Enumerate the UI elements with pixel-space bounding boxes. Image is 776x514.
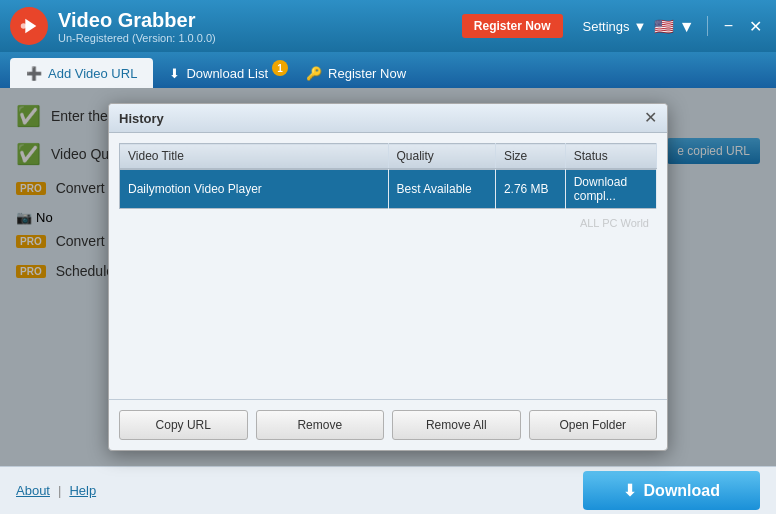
watermark-text: ALL PC World [580, 217, 649, 229]
modal-close-button[interactable]: ✕ [644, 110, 657, 126]
history-table-body: Dailymotion Video Player Best Available … [119, 169, 657, 209]
history-table: Video Title Quality Size Status [119, 143, 657, 169]
tab-download-list[interactable]: ⬇ Download List 1 [153, 58, 290, 88]
register-now-button[interactable]: Register Now [462, 14, 563, 38]
cell-size: 2.76 MB [495, 170, 565, 209]
modal-footer: Copy URL Remove Remove All Open Folder [109, 399, 667, 450]
download-button[interactable]: ⬇ Download [583, 471, 760, 510]
app-title-block: Video Grabber Un-Registered (Version: 1.… [58, 8, 462, 44]
logo-icon [18, 15, 40, 37]
history-modal: History ✕ Video Title Quality Size Statu… [108, 103, 668, 451]
settings-button[interactable]: Settings ▼ [583, 19, 647, 34]
remove-all-button[interactable]: Remove All [392, 410, 521, 440]
tab-label: Download List [186, 66, 268, 81]
download-label: Download [644, 482, 720, 500]
open-folder-button[interactable]: Open Folder [529, 410, 658, 440]
modal-overlay: History ✕ Video Title Quality Size Statu… [0, 88, 776, 466]
footer-divider: | [58, 483, 61, 498]
watermark: ALL PC World [119, 209, 657, 237]
modal-title: History [119, 111, 164, 126]
about-link[interactable]: About [16, 483, 50, 498]
register-icon: 🔑 [306, 66, 322, 81]
cell-status: Download compl... [565, 170, 656, 209]
help-link[interactable]: Help [69, 483, 96, 498]
tab-register-now[interactable]: 🔑 Register Now [290, 58, 422, 88]
footer-links: About | Help [16, 483, 96, 498]
add-icon: ➕ [26, 66, 42, 81]
cell-title: Dailymotion Video Player [120, 170, 389, 209]
remove-button[interactable]: Remove [256, 410, 385, 440]
download-list-badge: 1 [272, 60, 288, 76]
close-button[interactable]: ✕ [745, 17, 766, 36]
app-version: Un-Registered (Version: 1.0.0.0) [58, 32, 462, 44]
download-icon: ⬇ [623, 481, 636, 500]
content-area: ✅ Enter the ✅ Video Qu PRO Convert v 📷 N… [0, 88, 776, 466]
download-list-icon: ⬇ [169, 66, 180, 81]
title-bar: Video Grabber Un-Registered (Version: 1.… [0, 0, 776, 52]
table-body-scroll[interactable]: Dailymotion Video Player Best Available … [119, 169, 657, 389]
app-logo [10, 7, 48, 45]
col-title: Video Title [120, 144, 389, 169]
tab-bar: ➕ Add Video URL ⬇ Download List 1 🔑 Regi… [0, 52, 776, 88]
col-status: Status [565, 144, 656, 169]
modal-header: History ✕ [109, 104, 667, 133]
main-window: Video Grabber Un-Registered (Version: 1.… [0, 0, 776, 514]
tab-add-video-url[interactable]: ➕ Add Video URL [10, 58, 153, 88]
tab-label: Register Now [328, 66, 406, 81]
svg-point-1 [21, 23, 27, 29]
language-flag-button[interactable]: 🇺🇸 ▼ [654, 17, 694, 36]
minimize-button[interactable]: − [720, 17, 737, 35]
tab-label: Add Video URL [48, 66, 137, 81]
svg-marker-0 [25, 19, 36, 34]
table-row[interactable]: Dailymotion Video Player Best Available … [120, 170, 657, 209]
settings-label: Settings [583, 19, 630, 34]
title-divider [707, 16, 708, 36]
copy-url-button[interactable]: Copy URL [119, 410, 248, 440]
cell-quality: Best Available [388, 170, 495, 209]
title-controls: Settings ▼ 🇺🇸 ▼ − ✕ [583, 16, 766, 36]
footer: About | Help ⬇ Download [0, 466, 776, 514]
chevron-down-icon: ▼ [634, 19, 647, 34]
modal-body: Video Title Quality Size Status Dailymo [109, 133, 667, 399]
col-size: Size [495, 144, 565, 169]
col-quality: Quality [388, 144, 495, 169]
app-title: Video Grabber [58, 8, 462, 32]
